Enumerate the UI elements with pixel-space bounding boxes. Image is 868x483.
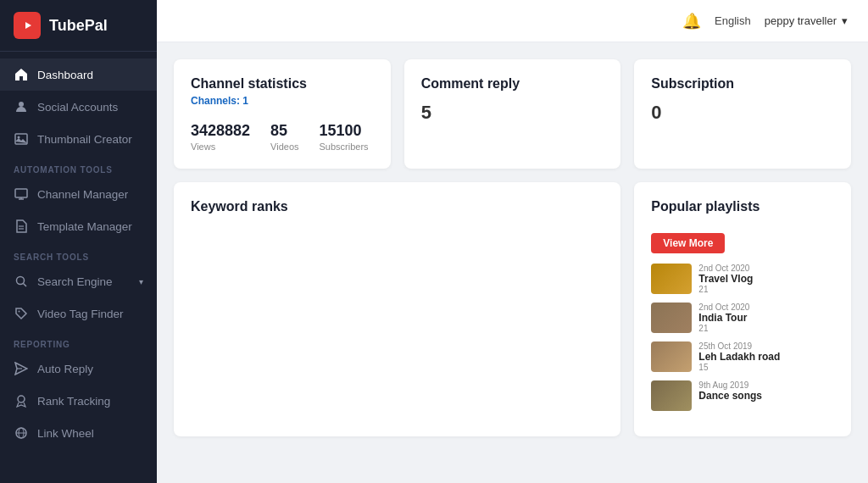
playlist-info: 2nd Oct 2020 Travel Vlog 21 (698, 264, 753, 294)
list-item: 25th Oct 2019 Leh Ladakh road 15 (651, 341, 834, 372)
card-subtitle: Channels: 1 (191, 95, 374, 107)
sidebar-item-label: Auto Reply (37, 363, 93, 375)
language-selector[interactable]: English (715, 14, 751, 27)
sidebar: TubePal Dashboard Social Accounts (0, 0, 157, 483)
playlist-name: Leh Ladakh road (698, 351, 780, 363)
sidebar-item-label: Video Tag Finder (37, 308, 124, 320)
user-menu[interactable]: peppy traveller ▾ (765, 14, 848, 27)
search-icon (14, 274, 29, 289)
sidebar-item-dashboard[interactable]: Dashboard (0, 58, 157, 91)
playlist-count: 21 (698, 285, 753, 294)
channel-statistics-card: Channel statistics Channels: 1 3428882 V… (174, 59, 391, 169)
card-title: Comment reply (421, 76, 604, 92)
sidebar-item-label: Link Wheel (37, 427, 94, 440)
playlist-info: 25th Oct 2019 Leh Ladakh road 15 (698, 341, 780, 372)
svg-point-10 (17, 277, 25, 285)
sidebar-item-label: Rank Tracking (37, 395, 110, 408)
monitor-icon (14, 186, 29, 202)
card-title: Keyword ranks (191, 199, 604, 214)
svg-line-11 (24, 284, 27, 287)
username-label: peppy traveller (765, 14, 837, 27)
header: 🔔 English peppy traveller ▾ (157, 0, 868, 42)
subscription-card: Subscription 0 (634, 59, 851, 169)
playlist-thumbnail (651, 341, 692, 372)
view-more-button[interactable]: View More (651, 233, 725, 253)
sidebar-item-label: Thumbnail Creator (37, 133, 132, 146)
svg-point-12 (19, 311, 20, 313)
sidebar-item-label: Dashboard (37, 69, 93, 81)
subscription-value: 0 (651, 102, 834, 124)
image-icon (14, 131, 29, 147)
stat-videos: 85 Videos (270, 122, 298, 152)
stat-views: 3428882 Views (191, 122, 250, 152)
list-item: 2nd Oct 2020 Travel Vlog 21 (651, 264, 834, 294)
sidebar-section-automation: AUTOMATION TOOLS (0, 155, 157, 178)
playlist-name: India Tour (698, 312, 749, 324)
playlist-count: 15 (698, 363, 780, 372)
stat-value: 15100 (320, 122, 369, 140)
stat-label: Views (191, 142, 250, 152)
sidebar-item-label: Channel Manager (37, 188, 128, 201)
playlist-info: 9th Aug 2019 Dance songs (698, 380, 762, 402)
chevron-down-icon: ▾ (139, 277, 143, 286)
stat-subscribers: 15100 Subscribers (320, 122, 369, 152)
sidebar-item-rank-tracking[interactable]: Rank Tracking (0, 385, 157, 417)
tag-icon (14, 306, 29, 321)
playlist-thumbnail (651, 264, 692, 294)
comment-reply-card: Comment reply 5 (404, 59, 621, 169)
list-item: 9th Aug 2019 Dance songs (651, 380, 834, 411)
sidebar-section-search: SEARCH TOOLS (0, 242, 157, 265)
file-icon (14, 219, 29, 234)
logo-text: TubePal (49, 17, 108, 35)
svg-point-2 (19, 102, 24, 107)
stat-value: 3428882 (191, 122, 250, 140)
logo-area: TubePal (0, 0, 157, 52)
sidebar-item-label: Search Engine (37, 275, 113, 288)
playlist-count: 21 (698, 324, 749, 333)
card-title: Subscription (651, 76, 834, 92)
bell-icon[interactable]: 🔔 (682, 12, 701, 31)
sidebar-section-reporting: REPORTING (0, 330, 157, 353)
send-icon (14, 361, 29, 376)
playlist-thumbnail (651, 380, 692, 411)
playlist-name: Travel Vlog (698, 273, 753, 285)
comment-reply-value: 5 (421, 102, 604, 124)
user-icon (14, 99, 29, 114)
home-icon (14, 67, 29, 82)
globe-icon (14, 425, 29, 441)
playlist-date: 2nd Oct 2020 (698, 303, 749, 312)
sidebar-item-label: Social Accounts (37, 101, 118, 114)
page-body: Channel statistics Channels: 1 3428882 V… (157, 42, 868, 483)
card-title: Popular playlists (651, 199, 834, 214)
main-content: 🔔 English peppy traveller ▾ Channel stat… (157, 0, 868, 483)
card-title: Channel statistics (191, 76, 374, 92)
stat-label: Videos (270, 142, 298, 152)
playlist-date: 9th Aug 2019 (698, 380, 762, 390)
popular-playlists-card: Popular playlists View More 2nd Oct 2020… (634, 182, 851, 436)
award-icon (14, 393, 29, 408)
sidebar-item-channel-manager[interactable]: Channel Manager (0, 178, 157, 210)
sidebar-item-template-manager[interactable]: Template Manager (0, 210, 157, 242)
list-item: 2nd Oct 2020 India Tour 21 (651, 303, 834, 333)
chevron-down-icon: ▾ (842, 14, 848, 27)
logo-icon (14, 12, 41, 39)
sidebar-item-thumbnail-creator[interactable]: Thumbnail Creator (0, 123, 157, 155)
playlist-name: Dance songs (698, 390, 762, 402)
sidebar-item-label: Template Manager (37, 220, 132, 233)
playlist-info: 2nd Oct 2020 India Tour 21 (698, 303, 749, 333)
stat-value: 85 (270, 122, 298, 140)
sidebar-item-auto-reply[interactable]: Auto Reply (0, 353, 157, 385)
keyword-ranks-card: Keyword ranks (174, 182, 620, 436)
sidebar-item-video-tag-finder[interactable]: Video Tag Finder (0, 297, 157, 330)
sidebar-item-social-accounts[interactable]: Social Accounts (0, 91, 157, 123)
svg-point-15 (18, 396, 25, 402)
sidebar-item-link-wheel[interactable]: Link Wheel (0, 417, 157, 449)
playlist-date: 2nd Oct 2020 (698, 264, 753, 273)
playlist-thumbnail (651, 303, 692, 333)
playlist-date: 25th Oct 2019 (698, 341, 780, 351)
svg-rect-5 (15, 189, 27, 197)
sidebar-navigation: Dashboard Social Accounts Thumbnail C (0, 52, 157, 456)
stats-row: 3428882 Views 85 Videos 15100 Subscriber… (191, 122, 374, 152)
sidebar-item-search-engine[interactable]: Search Engine ▾ (0, 265, 157, 297)
stat-label: Subscribers (320, 142, 369, 152)
